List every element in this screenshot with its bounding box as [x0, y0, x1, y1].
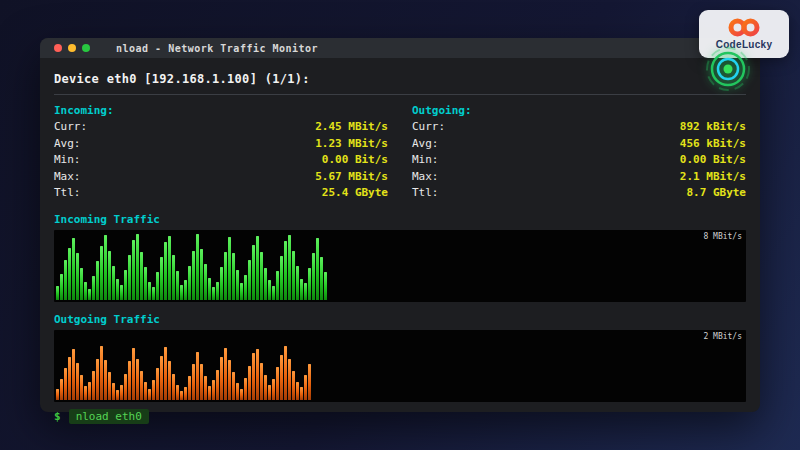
- traffic-bar: [208, 278, 211, 300]
- window-titlebar: nload - Network Traffic Monitor: [40, 38, 760, 58]
- traffic-bar: [152, 287, 155, 299]
- traffic-bar: [60, 379, 63, 399]
- minimize-button[interactable]: [68, 44, 76, 52]
- traffic-bar: [112, 266, 115, 300]
- stat-value: 2.1 MBit/s: [680, 169, 746, 186]
- traffic-bar: [252, 353, 255, 399]
- traffic-bar: [56, 286, 59, 300]
- stat-label: Ttl:: [54, 185, 81, 202]
- stat-value: 1.23 MBit/s: [315, 136, 388, 153]
- traffic-bar: [132, 348, 135, 400]
- traffic-bar: [232, 253, 235, 299]
- traffic-bar: [244, 378, 247, 400]
- stat-value: 0.00 Bit/s: [680, 152, 746, 169]
- traffic-bar: [284, 241, 287, 299]
- traffic-bar: [104, 360, 107, 399]
- stat-label: Min:: [54, 152, 81, 169]
- outgoing-chart-title: Outgoing Traffic: [54, 313, 746, 326]
- traffic-bar: [216, 282, 219, 300]
- traffic-bar: [64, 368, 67, 399]
- traffic-bar: [124, 374, 127, 400]
- outgoing-stats: Outgoing: Curr: 892 kBit/s Avg: 456 kBit…: [412, 102, 746, 202]
- traffic-bar: [108, 372, 111, 399]
- traffic-bar: [128, 361, 131, 399]
- traffic-bar: [204, 376, 207, 399]
- traffic-bar: [148, 282, 151, 300]
- traffic-bar: [196, 352, 199, 400]
- traffic-bar: [216, 370, 219, 400]
- traffic-bar: [76, 363, 79, 400]
- stat-label: Max:: [412, 169, 439, 186]
- traffic-bar: [248, 260, 251, 299]
- traffic-bar: [164, 242, 167, 299]
- stat-label: Avg:: [412, 136, 439, 153]
- traffic-bar: [192, 364, 195, 399]
- traffic-bar: [148, 389, 151, 400]
- traffic-bar: [292, 371, 295, 400]
- traffic-bar: [68, 248, 71, 300]
- traffic-bar: [316, 238, 319, 299]
- stat-row: Avg: 1.23 MBit/s: [54, 136, 388, 153]
- traffic-bar: [232, 372, 235, 399]
- stat-row: Ttl: 25.4 GByte: [54, 185, 388, 202]
- traffic-bar: [88, 289, 91, 300]
- traffic-bar: [88, 382, 91, 400]
- traffic-bar: [296, 266, 299, 300]
- close-button[interactable]: [54, 44, 62, 52]
- traffic-bar: [308, 364, 311, 399]
- stat-row: Max: 5.67 MBit/s: [54, 169, 388, 186]
- traffic-bar: [92, 276, 95, 299]
- stat-value: 25.4 GByte: [322, 185, 388, 202]
- stat-label: Min:: [412, 152, 439, 169]
- traffic-bar: [228, 237, 231, 300]
- traffic-bar: [192, 251, 195, 300]
- traffic-bar: [136, 234, 139, 300]
- traffic-bar: [208, 386, 211, 400]
- traffic-bar: [120, 285, 123, 300]
- traffic-bar: [104, 235, 107, 300]
- traffic-bar: [200, 249, 203, 299]
- traffic-bar: [240, 283, 243, 299]
- traffic-bar: [276, 271, 279, 300]
- traffic-bar: [116, 390, 119, 400]
- stat-value: 8.7 GByte: [686, 185, 746, 202]
- traffic-bar: [260, 252, 263, 300]
- traffic-bar: [140, 252, 143, 300]
- divider: [54, 94, 746, 95]
- traffic-bar: [172, 255, 175, 300]
- stat-row: Min: 0.00 Bit/s: [54, 152, 388, 169]
- maximize-button[interactable]: [82, 44, 90, 52]
- traffic-bar: [220, 267, 223, 300]
- traffic-bar: [296, 382, 299, 400]
- incoming-chart-title: Incoming Traffic: [54, 213, 746, 226]
- traffic-bar: [80, 375, 83, 399]
- stat-label: Ttl:: [412, 185, 439, 202]
- outgoing-chart-bars: [56, 332, 744, 400]
- traffic-bar: [72, 238, 75, 299]
- radar-target-icon: [705, 46, 751, 92]
- stat-value: 456 kBit/s: [680, 136, 746, 153]
- stat-row: Curr: 2.45 MBit/s: [54, 119, 388, 136]
- traffic-bar: [72, 349, 75, 399]
- prompt-symbol: $: [54, 410, 61, 423]
- traffic-bar: [276, 367, 279, 400]
- traffic-bar: [240, 389, 243, 400]
- traffic-bar: [280, 256, 283, 300]
- traffic-bar: [180, 391, 183, 399]
- traffic-bar: [304, 283, 307, 299]
- stat-row: Ttl: 8.7 GByte: [412, 185, 746, 202]
- traffic-bar: [176, 385, 179, 400]
- codelucky-infinity-icon: [725, 18, 763, 37]
- traffic-bar: [84, 282, 87, 300]
- traffic-bar: [288, 235, 291, 300]
- stat-row: Min: 0.00 Bit/s: [412, 152, 746, 169]
- traffic-bar: [324, 272, 327, 299]
- traffic-bar: [184, 280, 187, 299]
- traffic-bar: [284, 346, 287, 399]
- stat-row: Avg: 456 kBit/s: [412, 136, 746, 153]
- stat-label: Curr:: [412, 119, 445, 136]
- traffic-bar: [256, 349, 259, 399]
- traffic-bar: [200, 364, 203, 399]
- desktop-background: nload - Network Traffic Monitor Device e…: [0, 0, 800, 450]
- incoming-chart-bars: [56, 232, 744, 300]
